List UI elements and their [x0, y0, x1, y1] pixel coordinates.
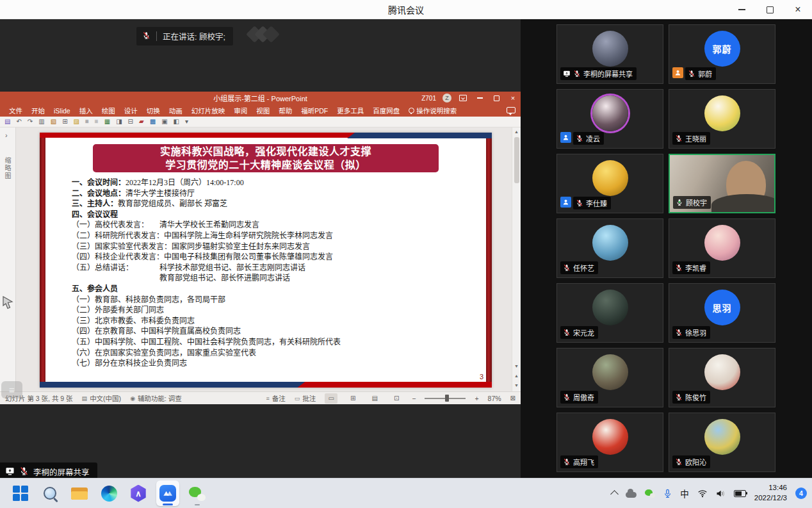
tray-item-microphone[interactable]	[663, 489, 672, 498]
ppt-close-button[interactable]: ×	[508, 93, 518, 103]
comments-button[interactable]: ▭ 批注	[295, 393, 316, 403]
ribbon-tab-视图[interactable]: 视图	[252, 104, 273, 117]
view-normal-button[interactable]: ▭	[325, 393, 337, 404]
view-slide-sorter-button[interactable]: ⊞	[346, 393, 359, 404]
taskbar-app-tencent-meeting[interactable]	[156, 480, 179, 506]
participant-tile-10[interactable]: 周傲奇	[556, 348, 663, 407]
ribbon-display-options-button[interactable]	[458, 93, 468, 103]
print-preview-icon[interactable]: ▥	[38, 119, 44, 125]
participant-tile-2[interactable]: 凌云	[556, 89, 663, 149]
ribbon-tab-幻灯片放映[interactable]: 幻灯片放映	[188, 104, 229, 117]
participant-tile-3[interactable]: 王晓丽	[669, 89, 775, 149]
scrollbar-thumb[interactable]	[514, 137, 519, 183]
notes-button[interactable]: ≡ 备注	[266, 393, 286, 403]
scroll-up-icon[interactable]: ▲	[512, 129, 521, 134]
screenshot-icon[interactable]: ◨	[116, 119, 122, 125]
taskbar-app-file-explorer[interactable]	[68, 480, 91, 506]
new-slide-icon[interactable]: ▣	[161, 119, 167, 125]
zoom-slider[interactable]	[425, 398, 466, 399]
slide-bottom-bar-red	[297, 382, 492, 388]
thumbnail-pane-collapsed[interactable]: › 缩略图	[0, 127, 16, 391]
taskbar-clock[interactable]: 13:46 2022/12/3	[754, 483, 787, 503]
ribbon-tab-百度网盘[interactable]: 百度网盘	[369, 104, 403, 117]
fit-slide-icon[interactable]: ⊠	[510, 395, 516, 402]
minimize-button[interactable]	[727, 0, 756, 19]
close-button[interactable]: ×	[784, 0, 812, 19]
tray-item-wechat-tray[interactable]	[645, 489, 655, 498]
participant-tile-6[interactable]: 任怀艺	[556, 218, 663, 278]
ppt-restore-button[interactable]	[491, 93, 501, 103]
maximize-button[interactable]	[756, 0, 784, 19]
tray-item-wifi[interactable]	[697, 489, 708, 498]
participant-tile-8[interactable]: 宋元龙	[556, 283, 663, 343]
tray-item-volume[interactable]	[716, 489, 726, 498]
undo-icon[interactable]: ↶	[16, 119, 21, 125]
notification-badge[interactable]: 4	[795, 488, 807, 499]
align-center-icon[interactable]: ≡	[95, 119, 99, 125]
save-icon[interactable]: ▤	[4, 119, 10, 125]
layout-icon[interactable]: ◧	[174, 119, 179, 125]
zoom-level[interactable]: 87%	[488, 395, 501, 402]
previous-slide-icon[interactable]: ▲	[512, 373, 521, 378]
ribbon-tab-动画[interactable]: 动画	[165, 104, 186, 117]
tray-item-onedrive-cloud[interactable]	[626, 489, 637, 498]
expand-pane-icon[interactable]: ›	[5, 131, 8, 139]
view-slideshow-button[interactable]: ⊡	[390, 393, 403, 404]
ribbon-tab-帮助[interactable]: 帮助	[275, 104, 296, 117]
ribbon-tab-切换[interactable]: 切换	[143, 104, 164, 117]
tray-item-battery[interactable]	[734, 490, 746, 497]
ribbon-tab-开始[interactable]: 开始	[28, 104, 49, 117]
ribbon-tab-绘图[interactable]: 绘图	[98, 104, 119, 117]
scroll-down-icon[interactable]: ▼	[512, 364, 521, 368]
tray-item-tray-expand[interactable]	[612, 489, 617, 497]
participant-tile-5[interactable]: 顾校宇	[669, 154, 775, 213]
ribbon-tab-iSlide[interactable]: iSlide	[50, 106, 74, 116]
ribbon-tab-文件[interactable]: 文件	[5, 104, 26, 117]
ribbon-tab-更多工具[interactable]: 更多工具	[333, 104, 368, 117]
ppt-avatar[interactable]: Z	[443, 94, 451, 102]
participant-tile-7[interactable]: 李凯睿	[669, 218, 775, 278]
next-slide-icon[interactable]: ▼	[512, 383, 521, 388]
participant-tile-4[interactable]: 李仕臻	[556, 154, 663, 213]
taskbar-app-start[interactable]	[9, 480, 32, 506]
picture-icon[interactable]: ▦	[104, 119, 110, 125]
flag-icon[interactable]: ▰	[139, 119, 144, 125]
format-painter-icon[interactable]: ▨	[74, 119, 79, 125]
ppt-minimize-button[interactable]	[475, 93, 485, 103]
zoom-in-button[interactable]: +	[475, 395, 478, 402]
copy-icon[interactable]: ⊞	[62, 119, 67, 125]
redo-icon[interactable]: ↷	[28, 119, 33, 125]
ribbon-tab-设计[interactable]: 设计	[120, 104, 142, 117]
participant-tile-12[interactable]: 高翔飞	[556, 413, 663, 472]
ppt-titlebar[interactable]: 小组展示-第二组 - PowerPoint Z701 Z ×	[0, 92, 521, 104]
chart-icon[interactable]: ▩	[150, 119, 156, 125]
language-indicator[interactable]: 中文(中国)	[90, 393, 121, 403]
tray-item-ime[interactable]: 中	[680, 487, 689, 500]
taskbar-app-hexagon-app[interactable]: ∧	[127, 480, 150, 506]
floating-toolbar-icon[interactable]: ≡	[1, 381, 22, 398]
participant-tile-9[interactable]: 思羽徐思羽	[669, 283, 775, 343]
taskbar-app-search[interactable]	[38, 480, 61, 506]
paste-icon[interactable]: ▧	[51, 119, 56, 125]
vertical-scrollbar[interactable]: ▲ ▼ ▲ ▼	[512, 127, 521, 391]
align-left-icon[interactable]: ≡	[85, 119, 89, 125]
ribbon-tab-福昕PDF[interactable]: 福昕PDF	[297, 104, 332, 117]
participant-tile-0[interactable]: 李桐的屏幕共享	[556, 24, 663, 84]
participant-tile-13[interactable]: 欧阳沁	[669, 413, 775, 472]
slide-canvas[interactable]: 实施科教兴国战略，强化现代化建设人才支撑 学习贯彻党的二十大精神座谈会议程（拟）…	[40, 133, 492, 388]
ribbon-tab-插入[interactable]: 插入	[76, 104, 97, 117]
bullets-icon[interactable]: ⊟	[128, 119, 133, 125]
participant-tile-1[interactable]: 郭蔚郭蔚	[669, 24, 775, 84]
comment-icon[interactable]	[507, 107, 516, 113]
accessibility-status[interactable]: 辅助功能: 调查	[138, 393, 182, 403]
view-reading-button[interactable]: ▤	[368, 393, 381, 404]
ribbon-tab-审阅[interactable]: 审阅	[230, 104, 251, 117]
ribbon-tab-操作说明搜索[interactable]: 操作说明搜索	[405, 104, 460, 117]
taskbar-app-edge[interactable]	[97, 480, 120, 506]
ppt-account[interactable]: Z701	[421, 95, 436, 102]
more-icon[interactable]: ▾	[185, 119, 188, 125]
zoom-out-button[interactable]: −	[412, 395, 416, 402]
participant-tile-11[interactable]: 陈俊竹	[669, 348, 775, 407]
taskbar-app-wechat[interactable]	[186, 480, 209, 506]
mic-muted-icon	[142, 31, 150, 40]
